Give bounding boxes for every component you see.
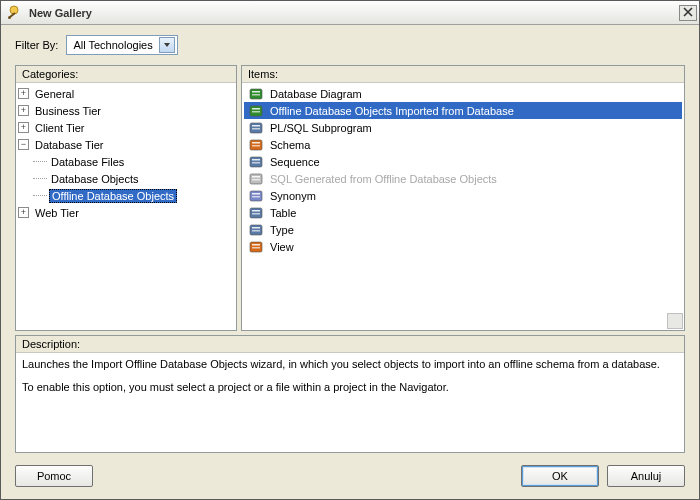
sequence-icon	[248, 154, 264, 170]
svg-rect-25	[252, 213, 260, 215]
tree-row[interactable]: +Client Tier	[18, 119, 234, 136]
item-label: SQL Generated from Offline Database Obje…	[270, 173, 497, 185]
item-label: Database Diagram	[270, 88, 362, 100]
svg-rect-30	[252, 244, 260, 246]
ok-button[interactable]: OK	[521, 465, 599, 487]
dialog-footer: Pomoc OK Anuluj	[1, 453, 699, 499]
item-label: View	[270, 241, 294, 253]
table-icon	[248, 205, 264, 221]
diagram-icon	[248, 86, 264, 102]
help-button[interactable]: Pomoc	[15, 465, 93, 487]
items-header: Items:	[242, 66, 684, 83]
svg-rect-24	[252, 210, 260, 212]
scroll-corner	[667, 313, 683, 329]
view-icon	[248, 239, 264, 255]
tree-label: Database Files	[49, 156, 126, 168]
description-line2: To enable this option, you must select a…	[22, 380, 678, 395]
svg-rect-10	[252, 128, 260, 130]
svg-rect-4	[252, 94, 260, 96]
svg-rect-16	[252, 162, 260, 164]
tree-row[interactable]: +Web Tier	[18, 204, 234, 221]
filter-value: All Technologies	[73, 39, 158, 51]
categories-panel: Categories: +General+Business Tier+Clien…	[15, 65, 237, 331]
items-panel: Items: Database DiagramOffline Database …	[241, 65, 685, 331]
item-label: Table	[270, 207, 296, 219]
tree-row[interactable]: Database Files	[18, 153, 234, 170]
tree-row[interactable]: Offline Database Objects	[18, 187, 234, 204]
list-item[interactable]: Table	[244, 204, 682, 221]
list-item[interactable]: Type	[244, 221, 682, 238]
list-item[interactable]: PL/SQL Subprogram	[244, 119, 682, 136]
chevron-down-icon	[159, 37, 175, 53]
list-item[interactable]: Offline Database Objects Imported from D…	[244, 102, 682, 119]
expand-icon[interactable]: +	[18, 105, 29, 116]
svg-rect-12	[252, 142, 260, 144]
svg-rect-13	[252, 145, 260, 147]
tree-label: Client Tier	[33, 122, 87, 134]
close-button[interactable]	[679, 5, 697, 21]
main-panels: Categories: +General+Business Tier+Clien…	[1, 61, 699, 331]
list-item[interactable]: Synonym	[244, 187, 682, 204]
tree-label: Database Tier	[33, 139, 105, 151]
collapse-icon[interactable]: −	[18, 139, 29, 150]
cancel-button[interactable]: Anuluj	[607, 465, 685, 487]
filter-combo[interactable]: All Technologies	[66, 35, 177, 55]
item-label: Sequence	[270, 156, 320, 168]
db-import-icon	[248, 103, 264, 119]
plsql-icon	[248, 120, 264, 136]
categories-header: Categories:	[16, 66, 236, 83]
schema-icon	[248, 137, 264, 153]
tree-label: Offline Database Objects	[49, 189, 177, 203]
tree-row[interactable]: +Business Tier	[18, 102, 234, 119]
description-header: Description:	[16, 336, 684, 353]
item-label: Synonym	[270, 190, 316, 202]
svg-point-1	[8, 16, 11, 19]
expand-icon[interactable]: +	[18, 88, 29, 99]
svg-rect-21	[252, 193, 260, 195]
svg-rect-27	[252, 227, 260, 229]
tree-label: Business Tier	[33, 105, 103, 117]
tree-label: Database Objects	[49, 173, 140, 185]
svg-rect-3	[252, 91, 260, 93]
svg-rect-18	[252, 176, 260, 178]
svg-rect-6	[252, 108, 260, 110]
expand-icon[interactable]: +	[18, 207, 29, 218]
svg-rect-15	[252, 159, 260, 161]
svg-rect-28	[252, 230, 260, 232]
item-label: PL/SQL Subprogram	[270, 122, 372, 134]
filter-bar: Filter By: All Technologies	[1, 25, 699, 61]
item-label: Offline Database Objects Imported from D…	[270, 105, 514, 117]
title-bar: New Gallery	[1, 1, 699, 25]
item-label: Schema	[270, 139, 310, 151]
app-icon	[7, 5, 23, 21]
tree-row[interactable]: Database Objects	[18, 170, 234, 187]
svg-rect-7	[252, 111, 260, 113]
type-icon	[248, 222, 264, 238]
description-body: Launches the Import Offline Database Obj…	[16, 353, 684, 399]
tree-label: Web Tier	[33, 207, 81, 219]
tree-row[interactable]: −Database Tier	[18, 136, 234, 153]
tree-label: General	[33, 88, 76, 100]
svg-rect-19	[252, 179, 260, 181]
expand-icon[interactable]: +	[18, 122, 29, 133]
window-title: New Gallery	[29, 7, 679, 19]
list-item[interactable]: Database Diagram	[244, 85, 682, 102]
categories-tree[interactable]: +General+Business Tier+Client Tier−Datab…	[16, 83, 236, 330]
filter-label: Filter By:	[15, 39, 58, 51]
close-icon	[683, 7, 693, 19]
sql-gen-icon	[248, 171, 264, 187]
list-item[interactable]: Schema	[244, 136, 682, 153]
svg-rect-22	[252, 196, 260, 198]
tree-row[interactable]: +General	[18, 85, 234, 102]
items-list[interactable]: Database DiagramOffline Database Objects…	[242, 83, 684, 330]
svg-rect-9	[252, 125, 260, 127]
list-item[interactable]: Sequence	[244, 153, 682, 170]
list-item: SQL Generated from Offline Database Obje…	[244, 170, 682, 187]
svg-rect-31	[252, 247, 260, 249]
description-line1: Launches the Import Offline Database Obj…	[22, 357, 678, 372]
item-label: Type	[270, 224, 294, 236]
synonym-icon	[248, 188, 264, 204]
description-panel: Description: Launches the Import Offline…	[15, 335, 685, 453]
list-item[interactable]: View	[244, 238, 682, 255]
